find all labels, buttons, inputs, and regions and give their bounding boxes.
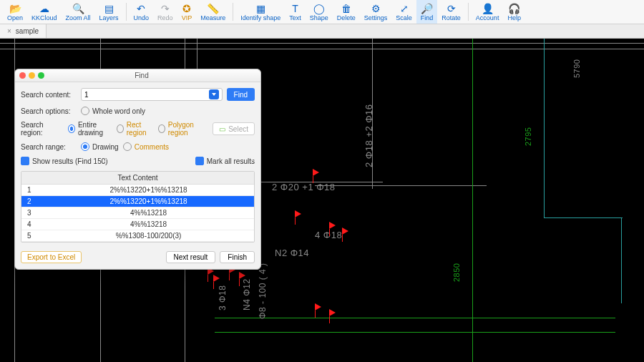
rotate-button[interactable]: ⟳Rotate	[437, 0, 465, 24]
ruler-icon: 📏	[207, 3, 219, 14]
vip-icon: ✪	[182, 3, 191, 14]
headset-icon: 🎧	[508, 3, 520, 14]
annot-n4f12: N4 Φ12	[242, 278, 252, 310]
entire-drawing-radio[interactable]: Entire drawing	[68, 121, 112, 137]
table-row[interactable]: 5%%1308-100/200(3)	[21, 230, 254, 242]
account-label: Account	[476, 14, 499, 21]
tab-bar: × sample	[0, 24, 644, 39]
drawing-range-radio[interactable]: Drawing	[81, 142, 119, 151]
close-window-icon[interactable]	[19, 72, 26, 79]
redo-label: Redo	[157, 14, 173, 21]
separator	[468, 3, 469, 21]
find-button[interactable]: 🔎Find	[416, 0, 438, 24]
user-icon: 👤	[482, 3, 494, 14]
cad-line	[472, 39, 473, 362]
search-icon: 🔎	[421, 3, 433, 14]
table-row[interactable]: 44%%13218	[21, 219, 254, 230]
undo-icon: ↶	[137, 3, 145, 14]
result-flag-icon	[239, 272, 245, 279]
polygon-region-radio[interactable]: Polygon region	[158, 121, 204, 137]
result-flag-icon	[342, 228, 348, 235]
account-button[interactable]: 👤Account	[472, 0, 504, 24]
find-action-button[interactable]: Find	[227, 88, 255, 101]
kkcloud-label: KKCloud	[31, 14, 57, 21]
result-flag-icon	[329, 222, 336, 229]
undo-label: Undo	[134, 14, 150, 21]
open-button[interactable]: 📂Open	[3, 0, 27, 24]
help-button[interactable]: 🎧Help	[503, 0, 525, 24]
cad-line	[215, 332, 615, 333]
search-content-input[interactable]	[81, 88, 223, 101]
vip-button[interactable]: ✪VIP	[177, 0, 197, 24]
result-flag-icon	[313, 169, 319, 176]
trash-icon: 🗑	[341, 3, 351, 14]
text-icon: T	[292, 3, 298, 14]
zoomall-button[interactable]: 🔍Zoom All	[62, 0, 95, 24]
shape-button[interactable]: ◯Shape	[306, 0, 333, 24]
kkcloud-button[interactable]: ☁KKCloud	[27, 0, 62, 24]
folder-icon: 📂	[9, 3, 21, 14]
dialog-titlebar[interactable]: Find	[15, 69, 260, 82]
layers-button[interactable]: ▤Layers	[95, 0, 123, 24]
table-row[interactable]: 34%%13218	[21, 207, 254, 219]
dim-2795: 2795	[524, 127, 532, 146]
text-button[interactable]: TText	[285, 0, 306, 24]
annot-2f20-1f18: 2 Φ20 +1 Φ18	[272, 182, 336, 192]
rotate-icon: ⟳	[447, 3, 456, 14]
result-flag-icon	[213, 275, 220, 282]
results-table: Text Content 12%%13220+1%%13218 22%%1322…	[21, 171, 255, 243]
identify-button[interactable]: ▦Identify shape	[236, 0, 285, 24]
show-results-checkbox[interactable]: Show results (Find 150)	[21, 157, 108, 165]
search-region-label: Search region:	[21, 121, 64, 137]
table-header: Text Content	[21, 172, 254, 185]
annot-n2f14: N2 Φ14	[275, 248, 309, 258]
cad-line	[315, 185, 487, 186]
gear-icon: ⚙	[371, 3, 381, 14]
cad-line	[0, 43, 644, 44]
comments-range-radio[interactable]: Comments	[123, 142, 169, 151]
scale-button[interactable]: ⤢Scale	[391, 0, 416, 24]
tab-sample[interactable]: × sample	[0, 24, 47, 38]
whole-word-radio[interactable]: Whole word only	[81, 107, 145, 115]
dropdown-arrow-icon[interactable]	[209, 89, 219, 99]
vip-label: VIP	[182, 14, 192, 21]
zoomall-label: Zoom All	[66, 14, 91, 21]
mark-all-checkbox[interactable]: Mark all results	[195, 157, 255, 165]
main-toolbar: 📂Open ☁KKCloud 🔍Zoom All ▤Layers ↶Undo ↷…	[0, 0, 644, 24]
table-row[interactable]: 22%%13220+1%%13218	[21, 196, 254, 207]
dialog-title: Find	[27, 72, 256, 79]
result-flag-icon	[329, 309, 336, 316]
cad-line	[544, 39, 545, 217]
rotate-label: Rotate	[441, 14, 461, 21]
annot-2f18-2f16: 2 Φ18 +2 Φ16	[364, 104, 374, 167]
annot-3f18: 3 Φ18	[218, 285, 228, 310]
settings-button[interactable]: ⚙Settings	[360, 0, 392, 24]
next-result-button[interactable]: Next result	[166, 251, 216, 263]
tab-label: sample	[16, 27, 39, 35]
search-content-field[interactable]	[84, 91, 209, 99]
annot-f8: Φ8 - 100 ( 4 )	[258, 263, 268, 319]
identify-icon: ▦	[256, 3, 265, 14]
cad-line	[544, 217, 623, 218]
separator	[126, 3, 127, 21]
finish-button[interactable]: Finish	[220, 251, 255, 263]
measure-button[interactable]: 📏Measure	[196, 0, 230, 24]
delete-button[interactable]: 🗑Delete	[333, 0, 360, 24]
text-label: Text	[289, 14, 301, 21]
dim-2850: 2850	[452, 263, 461, 282]
cad-line	[621, 217, 622, 303]
select-region-button[interactable]: ▭Select	[213, 122, 255, 135]
table-row[interactable]: 12%%13220+1%%13218	[21, 185, 254, 196]
find-dialog: Find Search content: Find Search options…	[14, 69, 261, 270]
cloud-icon: ☁	[39, 3, 49, 14]
open-label: Open	[7, 14, 23, 21]
layers-icon: ▤	[104, 3, 114, 14]
close-icon[interactable]: ×	[7, 27, 11, 35]
rect-region-radio[interactable]: Rect region	[117, 121, 154, 137]
measure-label: Measure	[200, 14, 225, 21]
undo-button[interactable]: ↶Undo	[130, 0, 154, 24]
settings-label: Settings	[364, 14, 388, 21]
export-excel-button[interactable]: Export to Excel	[21, 251, 82, 263]
redo-button[interactable]: ↷Redo	[153, 0, 177, 24]
shape-label: Shape	[310, 14, 328, 21]
